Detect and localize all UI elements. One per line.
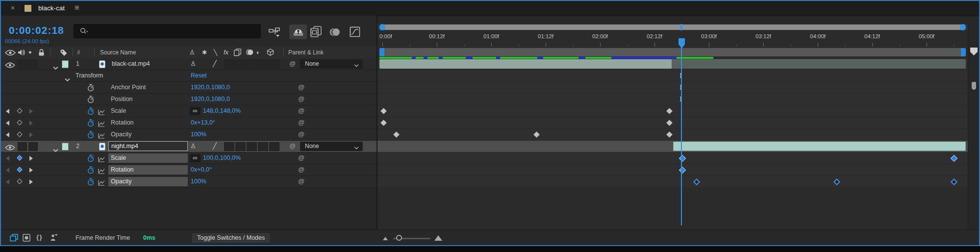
stopwatch-icon[interactable] [87, 96, 94, 105]
close-tab-icon[interactable]: × [11, 4, 15, 12]
stopwatch-icon[interactable] [87, 84, 94, 94]
stopwatch-icon[interactable] [87, 178, 94, 188]
property-name[interactable]: Scale [111, 107, 126, 114]
source-name-column-header[interactable]: Source Name [100, 49, 136, 56]
motion-blur-icon[interactable] [328, 27, 340, 39]
switch-cell[interactable] [258, 60, 268, 69]
switch-cell[interactable] [235, 142, 246, 151]
zoom-in-icon[interactable] [434, 235, 442, 241]
layer-track-row[interactable] [377, 58, 968, 70]
keyframe-diamond[interactable] [393, 131, 400, 138]
property-value[interactable]: 0x+13,0° [191, 119, 215, 126]
stopwatch-icon[interactable] [87, 131, 94, 141]
property-pickwhip-icon[interactable]: @ [298, 154, 304, 161]
property-track-row[interactable] [377, 129, 968, 141]
keyframe-diamond[interactable] [951, 178, 957, 185]
property-pickwhip-icon[interactable]: @ [298, 83, 304, 91]
audio-switch-cell[interactable] [18, 60, 27, 69]
quality-switch-icon[interactable]: ╱ [213, 60, 217, 67]
property-name[interactable]: Opacity [111, 131, 131, 138]
layer-label-color-swatch[interactable] [62, 60, 69, 68]
keyframe-diamond[interactable] [666, 120, 673, 126]
property-pickwhip-icon[interactable]: @ [298, 177, 304, 185]
shy-switch-icon[interactable]: ♙ [190, 142, 196, 150]
toggle-switches-modes-button[interactable]: Toggle Switches / Modes [191, 232, 271, 244]
switch-cell[interactable] [224, 60, 234, 69]
layer-switches-pane-icon[interactable] [10, 234, 18, 244]
stopwatch-icon[interactable] [87, 154, 94, 164]
graph-toggle-icon[interactable] [98, 132, 105, 141]
graph-toggle-icon[interactable] [98, 120, 105, 129]
time-ruler[interactable]: 0:00f00:12f01:00f01:12f02:00f02:12f03:00… [377, 30, 968, 47]
property-value[interactable]: 148,0,148,0% [203, 107, 241, 114]
set-keyframe-icon[interactable] [17, 167, 22, 172]
property-track-row[interactable] [377, 105, 968, 117]
zoom-out-icon[interactable] [383, 237, 388, 240]
property-track-row[interactable]: I [377, 70, 968, 82]
property-track-row[interactable] [377, 152, 968, 164]
layer-name-edit-field[interactable]: night.mp4 [108, 141, 188, 151]
keyframe-diamond[interactable] [666, 108, 673, 114]
switch-cell[interactable] [269, 60, 279, 69]
property-name[interactable]: Rotation [111, 166, 134, 173]
keyframe-diamond[interactable] [951, 155, 957, 162]
property-name[interactable]: Position [111, 96, 132, 102]
timeline-navigator-bar[interactable] [377, 24, 968, 30]
property-name[interactable]: Opacity [111, 178, 131, 185]
property-name[interactable]: Scale [111, 154, 126, 161]
audio-switch-cell[interactable] [18, 142, 27, 151]
stopwatch-icon[interactable] [87, 166, 94, 176]
work-area-end-handle[interactable] [961, 48, 966, 56]
keyframe-diamond[interactable] [666, 131, 673, 138]
transfer-modes-pane-icon[interactable] [23, 234, 30, 244]
graph-toggle-icon[interactable] [98, 155, 105, 164]
video-visibility-eye-icon[interactable] [5, 144, 15, 152]
draft-3d-icon[interactable] [293, 27, 304, 39]
shy-switch-icon[interactable]: ♙ [190, 60, 196, 67]
property-value[interactable]: 1920,0,1080,0 [191, 84, 230, 91]
graph-editor-icon[interactable] [349, 26, 361, 40]
render-time-pane-icon[interactable] [50, 234, 59, 243]
solo-switch-cell[interactable] [28, 60, 38, 69]
keyframe-diamond[interactable] [679, 155, 686, 162]
layer-bar-dimmed-segment[interactable] [672, 59, 966, 69]
panel-splitter[interactable] [377, 16, 377, 229]
graph-toggle-icon[interactable] [98, 108, 105, 117]
keyframe-diamond[interactable] [833, 178, 840, 185]
comp-mini-flowchart-icon[interactable] [269, 27, 282, 40]
playhead-line[interactable] [681, 47, 682, 226]
keyframe-diamond[interactable] [679, 167, 686, 174]
stopwatch-icon[interactable] [87, 119, 94, 129]
navigator-thumb[interactable] [379, 25, 966, 30]
work-area-start-handle[interactable] [379, 48, 384, 56]
property-pickwhip-icon[interactable]: @ [298, 95, 304, 102]
panel-menu-icon[interactable]: ≡ [75, 3, 79, 12]
link-dimensions-icon[interactable]: ∞ [190, 154, 201, 162]
switch-cell[interactable] [247, 142, 257, 151]
graph-toggle-icon[interactable] [98, 179, 105, 188]
property-name[interactable]: Rotation [111, 119, 134, 126]
navigator-start-handle[interactable] [379, 24, 385, 30]
previous-keyframe-icon[interactable] [6, 156, 9, 161]
next-keyframe-icon[interactable] [29, 156, 33, 161]
property-track-row[interactable]: I [377, 94, 968, 105]
stopwatch-icon[interactable] [87, 107, 94, 117]
set-keyframe-icon[interactable] [17, 108, 22, 113]
graph-toggle-icon[interactable] [98, 167, 105, 176]
next-keyframe-icon[interactable] [29, 121, 33, 126]
link-dimensions-icon[interactable]: ∞ [190, 107, 201, 115]
tab-title[interactable]: black-cat [38, 4, 65, 12]
layer-label-color-swatch[interactable] [62, 143, 69, 151]
property-track-row[interactable] [377, 176, 968, 188]
frame-blending-icon[interactable] [310, 26, 322, 40]
switch-cell[interactable] [258, 142, 268, 151]
navigator-end-handle[interactable] [960, 24, 966, 30]
property-track-row[interactable]: I [377, 82, 968, 94]
switch-cell[interactable] [247, 60, 257, 69]
property-value[interactable]: 100% [191, 178, 206, 185]
vertical-scrollbar-thumb[interactable] [972, 82, 976, 90]
keyframe-diamond[interactable] [693, 178, 700, 185]
work-area-bar[interactable] [379, 48, 966, 56]
previous-keyframe-icon[interactable] [6, 109, 9, 114]
layer-track-row[interactable] [377, 141, 968, 152]
